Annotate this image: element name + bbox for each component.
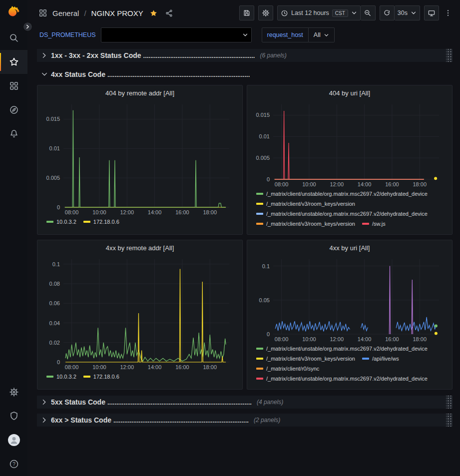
- dashboard-row-1xx-3xx-2xx[interactable]: 1xx - 3xx - 2xx Status Code ............…: [37, 49, 453, 62]
- refresh-button[interactable]: [380, 5, 395, 20]
- sidebar-item-server-admin[interactable]: [0, 404, 27, 428]
- svg-text:14:00: 14:00: [148, 209, 162, 215]
- svg-text:0: 0: [267, 176, 270, 182]
- timeseries-chart[interactable]: 08:0010:0012:0014:0016:0018:0000.0050.01…: [252, 100, 447, 188]
- gear-icon: [9, 387, 19, 397]
- legend-label: /_matrix/client/v3/room_keys/version: [266, 356, 355, 362]
- legend-marker: [46, 221, 53, 223]
- sidebar-item-configuration[interactable]: [0, 380, 27, 404]
- legend-item[interactable]: /sw.js: [362, 219, 386, 228]
- grafana-app: ? General / NGINX PROXY: [0, 0, 460, 476]
- svg-text:14:00: 14:00: [358, 181, 372, 187]
- legend-marker: [256, 193, 263, 195]
- chevron-down-icon: [411, 10, 417, 16]
- panel-title[interactable]: 404 by uri [All]: [252, 85, 447, 100]
- dashboard-settings-button[interactable]: [258, 5, 273, 20]
- sidebar-item-alerting[interactable]: [0, 122, 27, 146]
- time-range-picker[interactable]: Last 12 hours CST: [277, 5, 361, 20]
- save-dashboard-button[interactable]: [239, 5, 254, 20]
- row-drag-handle[interactable]: [446, 414, 453, 427]
- breadcrumb-separator: /: [84, 9, 86, 17]
- svg-text:0.04: 0.04: [49, 320, 60, 326]
- svg-text:0.05: 0.05: [259, 297, 270, 303]
- panel-title[interactable]: 4xx by remote addr [All]: [42, 240, 237, 255]
- legend-item[interactable]: /_matrix/client/v3/room_keys/version: [256, 354, 355, 363]
- svg-text:0.1: 0.1: [262, 263, 270, 269]
- legend-item[interactable]: 172.18.0.6: [83, 217, 119, 226]
- svg-text:18:00: 18:00: [413, 181, 427, 187]
- dashboards-icon: [9, 81, 19, 91]
- svg-text:18:00: 18:00: [203, 364, 217, 370]
- breadcrumb-section[interactable]: General: [52, 9, 79, 17]
- dashboard-row-5xx[interactable]: 5xx Status Code ........................…: [37, 396, 453, 409]
- legend-item[interactable]: /_matrix/client/r0/sync: [256, 364, 319, 373]
- svg-text:14:00: 14:00: [358, 336, 372, 342]
- chevron-right-icon: [41, 399, 48, 406]
- legend-label: /api/live/ws: [372, 356, 399, 362]
- sidebar-expand-button[interactable]: [23, 22, 32, 31]
- datasource-select[interactable]: [101, 27, 252, 42]
- legend-item[interactable]: /_matrix/client/v3/room_keys/version: [256, 219, 355, 228]
- favorite-star-button[interactable]: [148, 8, 159, 18]
- legend-marker: [362, 223, 369, 225]
- apps-icon: [38, 8, 47, 17]
- legend-marker: [83, 221, 90, 223]
- legend-label: 172.18.0.6: [93, 219, 119, 225]
- timeseries-chart[interactable]: 08:0010:0012:0014:0016:0018:0000.050.1: [252, 255, 447, 343]
- sidebar-item-dashboards[interactable]: [0, 74, 27, 98]
- legend-item[interactable]: /_matrix/client/unstable/org.matrix.msc2…: [256, 209, 428, 218]
- timeseries-chart[interactable]: 08:0010:0012:0014:0016:0018:0000.0050.01…: [42, 100, 237, 216]
- svg-text:0.01: 0.01: [49, 145, 60, 151]
- help-icon: ?: [9, 459, 19, 469]
- legend-label: 172.18.0.6: [93, 374, 119, 380]
- panel-title[interactable]: 4xx by uri [All]: [252, 240, 447, 255]
- dashboard-row-6xx[interactable]: 6xx > Status Code ......................…: [37, 414, 453, 427]
- legend-marker: [256, 358, 263, 360]
- svg-text:08:00: 08:00: [65, 364, 79, 370]
- sidebar-item-help[interactable]: ?: [0, 452, 27, 476]
- legend-label: /_matrix/client/v3/room_keys/version: [266, 221, 355, 227]
- sidebar-item-starred[interactable]: [0, 50, 27, 74]
- legend-item[interactable]: /_matrix/client/unstable/org.matrix.msc2…: [256, 374, 428, 383]
- grafana-logo[interactable]: [0, 0, 27, 26]
- legend-item[interactable]: 172.18.0.6: [83, 372, 119, 381]
- timeseries-chart[interactable]: 08:0010:0012:0014:0016:0018:0000.020.040…: [42, 255, 237, 371]
- row-panel-count: (2 panels): [254, 417, 280, 424]
- legend-marker: [256, 203, 263, 205]
- shield-icon: [9, 411, 19, 421]
- row-drag-handle[interactable]: [446, 49, 453, 62]
- dashboard-row-4xx[interactable]: 4xx Status Code ........................…: [37, 68, 453, 81]
- share-dashboard-button[interactable]: [164, 8, 174, 18]
- zoom-out-button[interactable]: [361, 5, 376, 20]
- legend-item[interactable]: /_matrix/client/unstable/org.matrix.msc2…: [256, 189, 428, 198]
- main-area: General / NGINX PROXY Last 12 h: [27, 0, 460, 476]
- more-options-button[interactable]: [443, 8, 453, 18]
- svg-text:08:00: 08:00: [275, 181, 289, 187]
- row-title: 4xx Status Code: [51, 70, 105, 78]
- row-drag-handle[interactable]: [446, 396, 453, 409]
- legend-item[interactable]: /_matrix/client/v3/room_keys/version: [256, 199, 355, 208]
- legend-item[interactable]: 10.0.3.2: [46, 372, 76, 381]
- request-host-select[interactable]: All: [309, 27, 335, 42]
- legend-label: /sw.js: [372, 221, 386, 227]
- svg-text:12:00: 12:00: [330, 181, 344, 187]
- sidebar-item-search[interactable]: [0, 26, 27, 50]
- legend-item[interactable]: 10.0.3.2: [46, 217, 76, 226]
- legend-item[interactable]: /_matrix/client/unstable/org.matrix.msc2…: [256, 344, 428, 353]
- sidebar-item-profile[interactable]: [0, 428, 27, 452]
- svg-text:0.1: 0.1: [52, 261, 60, 267]
- legend-item[interactable]: /api/live/ws: [362, 354, 399, 363]
- sidebar: ?: [0, 0, 27, 476]
- kiosk-mode-button[interactable]: [424, 5, 439, 20]
- svg-text:10:00: 10:00: [302, 181, 316, 187]
- refresh-interval-picker[interactable]: 30s: [395, 5, 420, 20]
- sidebar-item-explore[interactable]: [0, 98, 27, 122]
- chevron-right-icon: [41, 417, 48, 424]
- row-leader-dots: ........................................…: [107, 71, 250, 78]
- panel-title[interactable]: 404 by remote addr [All]: [42, 85, 237, 100]
- monitor-icon: [428, 9, 436, 17]
- zoom-out-icon: [364, 9, 372, 17]
- chevron-down-icon: [41, 71, 48, 78]
- svg-text:16:00: 16:00: [385, 181, 399, 187]
- chevron-down-icon: [324, 32, 329, 38]
